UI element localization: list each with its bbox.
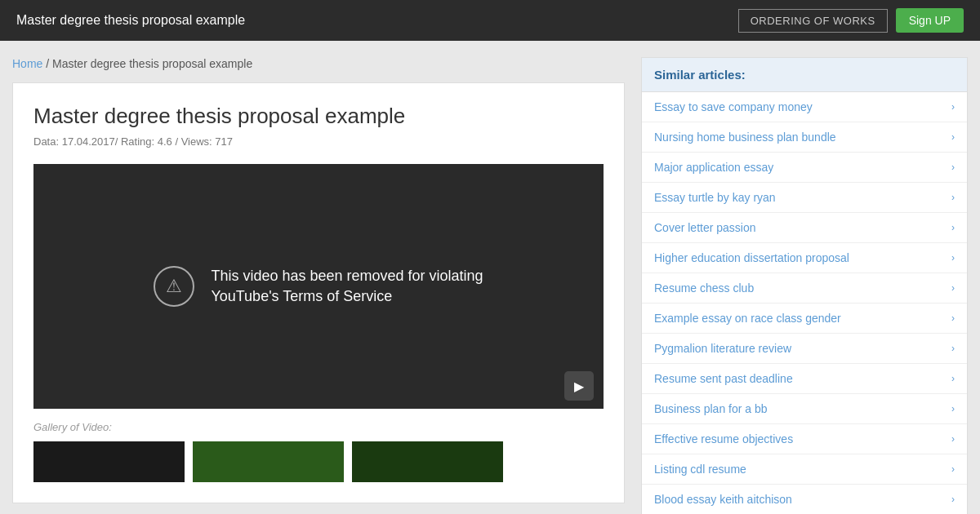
video-error-message: ⚠ This video has been removed for violat… <box>154 266 483 307</box>
gallery-thumb-1[interactable] <box>33 441 185 482</box>
content-card: Master degree thesis proposal example Da… <box>12 82 625 503</box>
similar-article-item[interactable]: Resume chess club› <box>642 273 967 304</box>
similar-article-item[interactable]: Major application essay› <box>642 153 967 183</box>
similar-article-link-5[interactable]: Higher education dissertation proposal <box>654 251 849 264</box>
similar-article-item[interactable]: Business plan for a bb› <box>642 394 967 424</box>
similar-article-link-4[interactable]: Cover letter passion <box>654 221 756 234</box>
article-title: Master degree thesis proposal example <box>33 104 604 129</box>
right-column: Similar articles: Essay to save company … <box>641 57 968 514</box>
similar-article-link-13[interactable]: Blood essay keith aitchison <box>654 493 792 506</box>
chevron-right-icon: › <box>951 343 955 354</box>
similar-article-item[interactable]: Blood essay keith aitchison› <box>642 485 967 514</box>
chevron-right-icon: › <box>951 252 955 264</box>
similar-article-link-1[interactable]: Nursing home business plan bundle <box>654 131 836 144</box>
breadcrumb-home[interactable]: Home <box>12 57 42 70</box>
video-error-text: This video has been removed for violatin… <box>211 266 483 307</box>
video-play-icon[interactable]: ▶ <box>564 371 594 401</box>
chevron-right-icon: › <box>951 494 955 505</box>
similar-article-item[interactable]: Essay to save company money› <box>642 92 967 122</box>
similar-article-link-3[interactable]: Essay turtle by kay ryan <box>654 191 776 204</box>
similar-article-link-0[interactable]: Essay to save company money <box>654 100 813 113</box>
similar-article-item[interactable]: Cover letter passion› <box>642 213 967 243</box>
ordering-button[interactable]: ORDERING OF WORKS <box>738 9 888 33</box>
similar-article-item[interactable]: Higher education dissertation proposal› <box>642 243 967 273</box>
similar-article-item[interactable]: Effective resume objectives› <box>642 424 967 454</box>
chevron-right-icon: › <box>951 192 955 203</box>
chevron-right-icon: › <box>951 433 955 445</box>
header: Master degree thesis proposal example OR… <box>0 0 980 41</box>
breadcrumb-separator: / <box>46 57 52 70</box>
chevron-right-icon: › <box>951 463 955 475</box>
similar-article-link-6[interactable]: Resume chess club <box>654 281 754 295</box>
gallery-thumb-3[interactable] <box>352 441 503 482</box>
breadcrumb-current: Master degree thesis proposal example <box>52 57 252 70</box>
article-meta: Data: 17.04.2017/ Rating: 4.6 / Views: 7… <box>33 135 604 148</box>
breadcrumb: Home / Master degree thesis proposal exa… <box>12 57 625 70</box>
similar-article-item[interactable]: Example essay on race class gender› <box>642 304 967 334</box>
chevron-right-icon: › <box>951 282 955 294</box>
similar-article-link-8[interactable]: Pygmalion literature review <box>654 342 791 355</box>
chevron-right-icon: › <box>951 222 955 233</box>
chevron-right-icon: › <box>951 403 955 414</box>
left-column: Home / Master degree thesis proposal exa… <box>12 57 625 514</box>
main-wrapper: Home / Master degree thesis proposal exa… <box>0 41 980 514</box>
similar-article-item[interactable]: Pygmalion literature review› <box>642 334 967 364</box>
chevron-right-icon: › <box>951 131 955 143</box>
similar-article-link-12[interactable]: Listing cdl resume <box>654 463 746 476</box>
similar-article-link-2[interactable]: Major application essay <box>654 161 773 174</box>
chevron-right-icon: › <box>951 101 955 113</box>
signup-button[interactable]: Sign UP <box>896 8 964 33</box>
video-container[interactable]: ⚠ This video has been removed for violat… <box>33 164 604 409</box>
header-actions: ORDERING OF WORKS Sign UP <box>738 8 964 33</box>
gallery-thumbs <box>33 441 604 482</box>
chevron-right-icon: › <box>951 373 955 384</box>
gallery-label: Gallery of Video: <box>33 421 604 433</box>
gallery-thumb-2[interactable] <box>193 441 344 482</box>
site-title: Master degree thesis proposal example <box>16 13 245 28</box>
similar-article-item[interactable]: Nursing home business plan bundle› <box>642 122 967 153</box>
similar-article-link-7[interactable]: Example essay on race class gender <box>654 312 841 325</box>
similar-article-item[interactable]: Essay turtle by kay ryan› <box>642 183 967 213</box>
similar-article-link-9[interactable]: Resume sent past deadline <box>654 372 793 385</box>
similar-article-link-11[interactable]: Effective resume objectives <box>654 432 793 445</box>
video-error-icon: ⚠ <box>154 266 194 307</box>
similar-article-item[interactable]: Resume sent past deadline› <box>642 364 967 394</box>
similar-article-item[interactable]: Listing cdl resume› <box>642 454 967 485</box>
video-error-line1: This video has been removed for violatin… <box>211 268 483 284</box>
video-error-line2: YouTube's Terms of Service <box>211 288 392 304</box>
similar-articles-header: Similar articles: <box>642 58 967 92</box>
similar-article-link-10[interactable]: Business plan for a bb <box>654 402 768 415</box>
similar-articles-list: Essay to save company money›Nursing home… <box>642 92 967 514</box>
chevron-right-icon: › <box>951 312 955 324</box>
similar-articles-panel: Similar articles: Essay to save company … <box>641 57 968 514</box>
chevron-right-icon: › <box>951 162 955 173</box>
